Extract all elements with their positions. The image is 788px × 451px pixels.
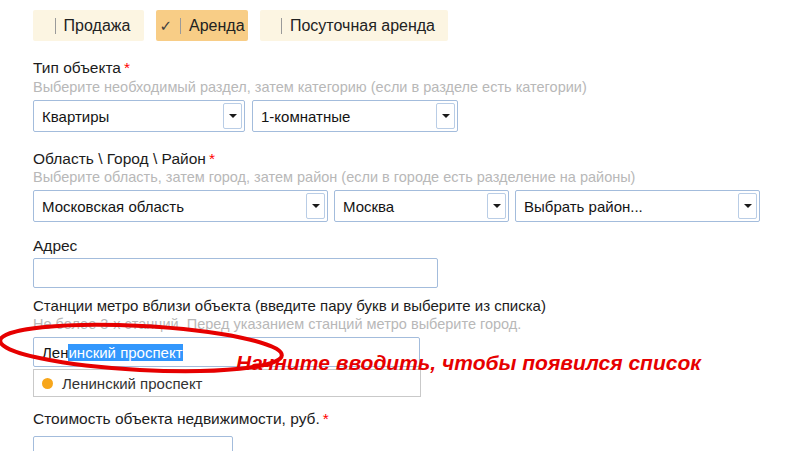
location-label: Область \ Город \ Район* bbox=[33, 150, 215, 168]
chevron-down-icon bbox=[493, 204, 501, 208]
metro-line-dot-icon bbox=[42, 378, 53, 389]
city-select-value: Москва bbox=[335, 198, 487, 215]
metro-typed-text: Лен bbox=[42, 344, 68, 361]
category-select-value: 1-комнатные bbox=[253, 108, 436, 125]
dropdown-arrow-button[interactable] bbox=[223, 103, 242, 129]
tab-sale-label: Продажа bbox=[64, 17, 131, 35]
real-estate-listing-form: Продажа ✓ Аренда Посуточная аренда Тип о… bbox=[0, 0, 788, 451]
category-select[interactable]: 1-комнатные bbox=[252, 100, 458, 132]
metro-suggestion-item[interactable]: Ленинский проспект bbox=[33, 369, 421, 397]
city-select[interactable]: Москва bbox=[334, 190, 509, 222]
location-label-text: Область \ Город \ Район bbox=[33, 150, 206, 167]
tab-daily-rent-label: Посуточная аренда bbox=[290, 17, 435, 35]
required-asterisk: * bbox=[323, 410, 329, 427]
dropdown-arrow-button[interactable] bbox=[436, 103, 455, 129]
tab-divider bbox=[180, 18, 181, 34]
metro-label: Станции метро вблизи объекта (введите па… bbox=[33, 297, 546, 314]
chevron-down-icon bbox=[442, 114, 450, 118]
required-asterisk: * bbox=[124, 59, 130, 76]
tab-rent-label: Аренда bbox=[189, 17, 245, 35]
section-select[interactable]: Квартиры bbox=[33, 100, 245, 132]
price-label: Стоимость объекта недвижимости, руб.* bbox=[33, 410, 329, 428]
deal-type-tabs: Продажа ✓ Аренда Посуточная аренда bbox=[33, 10, 448, 41]
address-input[interactable] bbox=[33, 258, 438, 288]
region-select-value: Московская область bbox=[34, 198, 306, 215]
object-type-label: Тип объекта* bbox=[33, 59, 130, 77]
object-type-hint: Выберите необходимый раздел, затем катег… bbox=[33, 79, 587, 95]
region-select[interactable]: Московская область bbox=[33, 190, 328, 222]
district-select[interactable]: Выбрать район... bbox=[515, 190, 760, 222]
checkmark-icon: ✓ bbox=[159, 18, 172, 33]
price-label-text: Стоимость объекта недвижимости, руб. bbox=[33, 410, 320, 427]
dropdown-arrow-button[interactable] bbox=[487, 193, 506, 219]
required-asterisk: * bbox=[209, 150, 215, 167]
metro-hint: Не более 3-х станций. Перед указанием ст… bbox=[33, 316, 521, 332]
location-selects: Московская область Москва Выбрать район.… bbox=[33, 190, 760, 222]
price-input[interactable] bbox=[33, 436, 233, 451]
chevron-down-icon bbox=[229, 114, 237, 118]
metro-autocomplete-selection: инский проспект bbox=[68, 344, 182, 361]
tab-divider bbox=[55, 18, 56, 34]
dropdown-arrow-button[interactable] bbox=[738, 193, 757, 219]
section-select-value: Квартиры bbox=[34, 108, 223, 125]
tab-divider bbox=[281, 18, 282, 34]
dropdown-arrow-button[interactable] bbox=[306, 193, 325, 219]
location-hint: Выберите область, затем город, затем рай… bbox=[33, 169, 635, 185]
object-type-label-text: Тип объекта bbox=[33, 59, 121, 76]
tab-sale[interactable]: Продажа bbox=[33, 10, 144, 41]
chevron-down-icon bbox=[744, 204, 752, 208]
chevron-down-icon bbox=[312, 204, 320, 208]
tab-rent[interactable]: ✓ Аренда bbox=[156, 10, 248, 41]
metro-suggestion-label: Ленинский проспект bbox=[62, 375, 203, 392]
district-select-value: Выбрать район... bbox=[516, 198, 738, 215]
address-label: Адрес bbox=[33, 237, 77, 255]
object-type-selects: Квартиры 1-комнатные bbox=[33, 100, 458, 132]
metro-input[interactable]: Ленинский проспект bbox=[33, 337, 420, 367]
tab-daily-rent[interactable]: Посуточная аренда bbox=[260, 10, 448, 41]
